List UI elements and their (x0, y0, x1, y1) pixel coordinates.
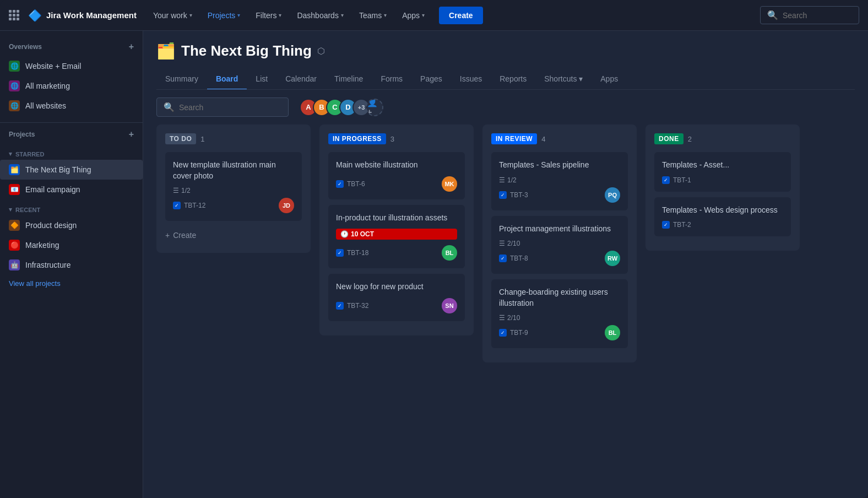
tab-calendar[interactable]: Calendar (276, 69, 326, 90)
logo[interactable]: 🔷 Jira Work Management (28, 9, 137, 22)
search-input[interactable] (783, 11, 838, 20)
email-campaign-icon: 📧 (9, 184, 20, 195)
board-search[interactable]: 🔍 (156, 98, 289, 117)
sidebar-item-infrastructure[interactable]: 🤖 Infrastructure (0, 255, 143, 275)
card-meta: ✓ TBT-6 MK (336, 176, 457, 192)
tab-pages[interactable]: Pages (411, 69, 451, 90)
card-title: Templates - Webs design process (662, 205, 783, 216)
card-meta: ✓ TBT-18 BL (336, 245, 457, 261)
board-avatars: A B C D +3 👤+ (300, 99, 383, 116)
star-icon[interactable]: ⬡ (317, 46, 325, 56)
chevron-down-icon: ▾ (422, 12, 425, 18)
tab-summary[interactable]: Summary (156, 69, 207, 90)
card-meta: ✓ TBT-2 (662, 221, 783, 229)
card-title: New logo for new product (336, 282, 457, 293)
create-button[interactable]: Create (439, 7, 483, 24)
overviews-section-title: Overviews + (0, 42, 143, 56)
nav-dashboards[interactable]: Dashboards ▾ (291, 8, 349, 23)
tab-shortcuts[interactable]: Shortcuts ▾ (535, 69, 592, 90)
column-done: DONE 2 Templates - Asset... ✓ TBT-1 Temp… (645, 124, 800, 251)
column-label-todo: TO DO (165, 133, 196, 144)
sidebar-item-all-websites[interactable]: 🌐 All websites (0, 96, 143, 116)
card-avatar: BL (442, 245, 457, 261)
ticket-check-icon: ✓ (499, 191, 507, 199)
view-all-projects[interactable]: View all projects (0, 275, 143, 292)
sidebar: Overviews + 🌐 Website + Email 🌐 All mark… (0, 31, 143, 498)
main-layout: Overviews + 🌐 Website + Email 🌐 All mark… (0, 31, 868, 498)
jira-logo-icon: 🔷 (28, 9, 42, 22)
add-overview-icon[interactable]: + (129, 42, 134, 52)
ticket-row: ✓ TBT-1 (662, 176, 691, 184)
board-search-input[interactable] (179, 103, 281, 112)
tab-issues[interactable]: Issues (451, 69, 491, 90)
project-title: The Next Big Thing (181, 42, 312, 59)
apps-grid-icon[interactable] (9, 10, 19, 20)
chevron-down-icon: ▾ (341, 12, 344, 18)
card-tbt-8[interactable]: Project management illustrations ☰ 2/10 … (491, 216, 628, 274)
card-tbt-2[interactable]: Templates - Webs design process ✓ TBT-2 (654, 197, 791, 237)
ticket-row: ✓ TBT-9 (499, 329, 528, 337)
board: TO DO 1 New template illustration main c… (143, 124, 868, 498)
recent-subsection[interactable]: ▾ RECENT (0, 199, 143, 215)
sidebar-item-website-email[interactable]: 🌐 Website + Email (0, 56, 143, 76)
card-tbt-9[interactable]: Change-boarding existing users illustrat… (491, 279, 628, 348)
nav-projects[interactable]: Projects ▾ (202, 8, 246, 23)
ticket-id: TBT-3 (510, 191, 528, 199)
tab-apps[interactable]: Apps (592, 69, 627, 90)
sidebar-item-email-campaign[interactable]: 📧 Email campaign (0, 180, 143, 199)
column-label-inprogress: IN PROGRESS (328, 133, 386, 144)
create-card-button[interactable]: + Create (165, 226, 302, 244)
card-tbt-32[interactable]: New logo for new product ✓ TBT-32 SN (328, 274, 465, 321)
ticket-check-icon: ✓ (499, 329, 507, 337)
sidebar-item-marketing[interactable]: 🔴 Marketing (0, 235, 143, 255)
card-title: In-product tour illustration assets (336, 213, 457, 224)
subtask-icon: ☰ (173, 187, 179, 194)
subtask-icon: ☰ (499, 240, 505, 247)
tabs: Summary Board List Calendar Timeline For… (156, 69, 855, 90)
due-date-badge: 🕐 10 OCT (336, 229, 457, 240)
ticket-id: TBT-18 (347, 249, 368, 257)
add-member-button[interactable]: 👤+ (366, 99, 383, 116)
project-emoji: 🗂️ (156, 42, 176, 60)
nav-apps[interactable]: Apps ▾ (397, 8, 430, 23)
subtask-icon: ☰ (499, 176, 505, 184)
sidebar-item-product-design[interactable]: 🔶 Product design (0, 215, 143, 235)
card-title: Change-boarding existing users illustrat… (499, 287, 620, 308)
ticket-id: TBT-32 (347, 302, 368, 310)
sidebar-item-next-big-thing[interactable]: 🗂️ The Next Big Thing (0, 160, 143, 180)
column-todo: TO DO 1 New template illustration main c… (156, 124, 311, 253)
card-avatar: PQ (605, 187, 620, 203)
chevron-down-icon: ▾ (279, 12, 281, 18)
ticket-check-icon: ✓ (499, 255, 507, 262)
card-tbt-6[interactable]: Main website illustration ✓ TBT-6 MK (328, 152, 465, 199)
nav-your-work[interactable]: Your work ▾ (148, 8, 198, 23)
ticket-row: ✓ TBT-2 (662, 221, 691, 229)
tab-board[interactable]: Board (207, 69, 247, 90)
project-title-row: 🗂️ The Next Big Thing ⬡ (156, 42, 855, 60)
tab-timeline[interactable]: Timeline (326, 69, 372, 90)
tab-reports[interactable]: Reports (491, 69, 535, 90)
ticket-check-icon: ✓ (336, 302, 344, 310)
ticket-id: TBT-2 (673, 221, 691, 229)
nav-teams[interactable]: Teams ▾ (354, 8, 392, 23)
nav-filters[interactable]: Filters ▾ (250, 8, 287, 23)
tab-forms[interactable]: Forms (372, 69, 411, 90)
column-label-done: DONE (654, 133, 683, 144)
card-avatar: BL (605, 325, 620, 340)
all-marketing-icon: 🌐 (9, 80, 20, 91)
card-tbt-12[interactable]: New template illustration main cover pho… (165, 152, 302, 221)
card-tbt-1[interactable]: Templates - Asset... ✓ TBT-1 (654, 152, 791, 192)
chevron-down-icon: ▾ (237, 12, 240, 18)
global-search[interactable]: 🔍 (760, 6, 859, 24)
card-tbt-18[interactable]: In-product tour illustration assets 🕐 10… (328, 205, 465, 269)
card-title: Main website illustration (336, 160, 457, 171)
chevron-down-icon: ▾ (9, 206, 12, 213)
column-header-done: DONE 2 (654, 133, 791, 144)
sidebar-item-all-marketing[interactable]: 🌐 All marketing (0, 76, 143, 96)
starred-subsection[interactable]: ▾ STARRED (0, 144, 143, 160)
ticket-id: TBT-1 (673, 176, 691, 184)
tab-list[interactable]: List (247, 69, 276, 90)
subtask-icon: ☰ (499, 314, 505, 322)
card-tbt-3[interactable]: Templates - Sales pipeline ☰ 1/2 ✓ TBT-3… (491, 152, 628, 210)
add-project-icon[interactable]: + (129, 129, 134, 139)
